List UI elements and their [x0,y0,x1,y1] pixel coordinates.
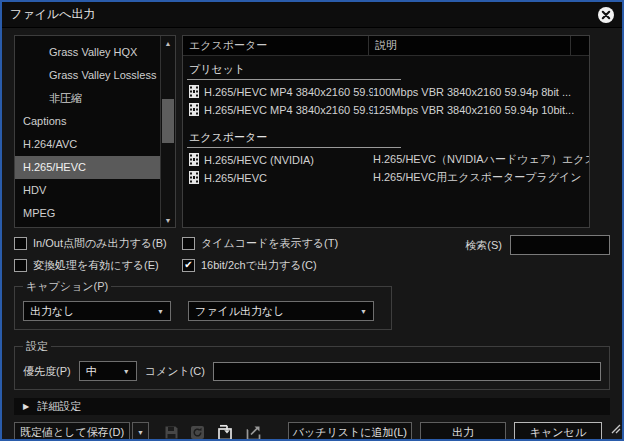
save-default-split-button: 既定値として保存(D) ▼ [14,422,149,441]
exporter-description: H.265/HEVC（NVIDIAハードウェア）エクス... [373,152,589,167]
scroll-down-icon[interactable]: ▼ [161,213,175,227]
tree-item-h264-avc[interactable]: H.264/AVC [15,133,160,156]
tree-item-mpeg[interactable]: MPEG [15,202,160,225]
title-bar: ファイルへ出力 [2,2,622,28]
film-icon [189,171,199,184]
search-label: 検索(S) [465,235,502,255]
exporter-name: H.265/HEVC MP4 3840x2160 59.94... [204,104,373,116]
dialog-content: Grass Valley HQX Grass Valley Lossless 非… [2,28,622,441]
exporter-row-h265[interactable]: H.265/HEVC H.265/HEVC用エクスポータープラグイン [183,169,589,186]
search-input[interactable] [510,235,610,255]
selector-row: Grass Valley HQX Grass Valley Lossless 非… [14,35,610,228]
footer-actions: バッチリストに追加(L) 出力 キャンセル [288,422,602,441]
tree-scrollbar[interactable]: ▲ ▼ [160,36,175,227]
checkbox-icon: ✔ [14,259,27,272]
tree-item-label: HDV [23,184,46,196]
settings-section: 設定 優先度(P) 中 ▼ コメント(C) [14,339,610,390]
checkbox-enable-conversion[interactable]: ✔ 変換処理を有効にする(E) [14,257,182,273]
exporter-row-preset-1[interactable]: H.265/HEVC MP4 3840x2160 59.94... 100Mbp… [183,83,589,100]
column-header-exporter[interactable]: エクスポーター [183,36,369,55]
priority-value: 中 [86,364,97,379]
exporter-name: H.265/HEVC (NVIDIA) [204,154,373,166]
import-icon [216,424,234,441]
export-preset-button[interactable] [245,424,263,441]
film-icon [189,103,199,116]
tree-item-label: Grass Valley HQX [49,46,137,58]
exporter-row-nvidia[interactable]: H.265/HEVC (NVIDIA) H.265/HEVC（NVIDIAハード… [183,151,589,168]
expander-arrow-icon: ▶ [23,402,29,411]
exporter-description: 100Mbps VBR 3840x2160 59.94p 8bit ... [373,86,589,98]
resize-grip[interactable] [610,420,621,438]
group-label-presets: プリセット [183,59,589,80]
checkbox-inout-only[interactable]: ✔ In/Out点間のみ出力する(B) [14,235,182,251]
save-default-button[interactable]: 既定値として保存(D) [14,422,130,441]
checkbox-icon: ✔ [182,237,195,250]
column-header-description[interactable]: 説明 [369,36,571,55]
caption-section: キャプション(P) 出力なし ▼ ファイル出力なし ▼ [14,279,392,330]
checkbox-16bit-2ch[interactable]: ✔ 16bit/2chで出力する(C) [182,257,420,273]
checkbox-icon: ✔ [182,259,195,272]
floppy-disk-icon [164,425,179,440]
film-icon [189,153,199,166]
column-header-spacer [571,36,589,55]
chevron-down-icon: ▼ [137,429,144,436]
tree-item-grass-valley-hqx[interactable]: Grass Valley HQX [15,41,160,64]
options-row: ✔ In/Out点間のみ出力する(B) ✔ 変換処理を有効にする(E) ✔ タイ… [14,235,610,273]
close-button[interactable] [597,6,615,24]
export-dialog: ファイルへ出力 Grass Valley HQX Grass Valley Lo… [0,0,624,441]
chevron-down-icon: ▼ [157,308,164,315]
exporter-list-header: エクスポーター 説明 [183,36,589,56]
comment-input[interactable] [213,362,601,381]
comment-label: コメント(C) [145,364,205,379]
export-button[interactable]: 出力 [420,422,506,441]
chevron-down-icon: ▼ [123,368,130,375]
chevron-down-icon: ▼ [360,308,367,315]
priority-dropdown[interactable]: 中 ▼ [79,361,137,381]
restore-default-button[interactable] [190,425,205,440]
advanced-settings-expander[interactable]: ▶ 詳細設定 [14,398,610,415]
caption-legend: キャプション(P) [23,279,111,294]
cancel-button[interactable]: キャンセル [514,422,602,441]
tree-item-label: Captions [23,115,66,127]
checkbox-icon: ✔ [14,237,27,250]
add-to-batch-button[interactable]: バッチリストに追加(L) [288,422,412,441]
priority-label: 優先度(P) [23,364,71,379]
resize-grip-icon [610,423,621,434]
tree-item-grass-valley-lossless[interactable]: Grass Valley Lossless [15,64,160,87]
exporter-description: 125Mbps VBR 3840x2160 59.94p 10bit... [373,104,589,116]
tree-item-hdv[interactable]: HDV [15,179,160,202]
advanced-settings-label: 詳細設定 [37,399,81,414]
caption-file-dropdown[interactable]: ファイル出力なし ▼ [188,301,374,321]
tree-item-label: 非圧縮 [49,92,82,104]
exporter-name: H.265/HEVC [204,172,373,184]
scrollbar-track[interactable] [161,50,175,213]
save-default-menu-button[interactable]: ▼ [132,422,149,441]
close-icon [597,6,615,24]
export-icon [245,424,263,441]
restore-arrow-icon [190,425,205,440]
tree-item-uncompressed[interactable]: 非圧縮 [15,87,160,110]
caption-file-value: ファイル出力なし [195,304,285,319]
settings-legend: 設定 [23,339,51,354]
tree-item-h265-hevc[interactable]: H.265/HEVC [15,156,160,179]
scrollbar-thumb[interactable] [162,99,174,143]
exporter-name: H.265/HEVC MP4 3840x2160 59.94... [204,86,373,98]
checkbox-show-timecode[interactable]: ✔ タイムコードを表示する(T) [182,235,420,251]
tree-item-label: MPEG [23,207,55,219]
save-preset-button[interactable] [164,425,179,440]
footer-toolbar: 既定値として保存(D) ▼ [14,422,610,441]
tree-item-label: H.264/AVC [23,138,77,150]
exporter-list-panel: エクスポーター 説明 プリセット [182,35,590,228]
exporter-row-preset-2[interactable]: H.265/HEVC MP4 3840x2160 59.94... 125Mbp… [183,101,589,118]
tree-item-captions[interactable]: Captions [15,110,160,133]
import-preset-button[interactable] [216,424,234,441]
dialog-title: ファイルへ出力 [10,6,95,23]
caption-output-dropdown[interactable]: 出力なし ▼ [23,301,171,321]
film-icon [189,85,199,98]
footer-icons [164,424,263,441]
exporter-description: H.265/HEVC用エクスポータープラグイン [373,170,589,185]
scroll-up-icon[interactable]: ▲ [161,36,175,50]
format-tree-panel: Grass Valley HQX Grass Valley Lossless 非… [14,35,176,228]
tree-item-label: Grass Valley Lossless [49,69,156,81]
caption-output-value: 出力なし [30,304,75,319]
